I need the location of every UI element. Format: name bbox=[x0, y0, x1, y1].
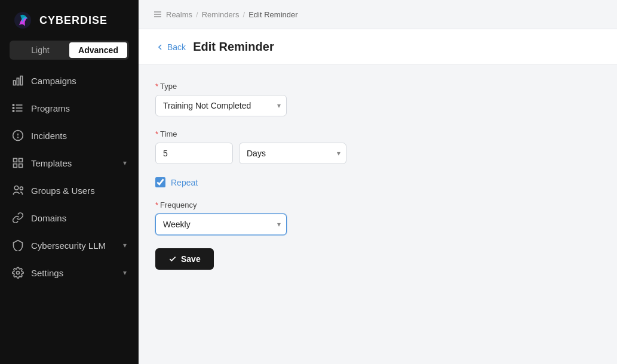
breadcrumb: Realms / Reminders / Edit Reminder bbox=[139, 0, 617, 29]
alert-circle-icon bbox=[12, 129, 24, 141]
sidebar-item-programs[interactable]: Programs bbox=[0, 94, 139, 122]
sidebar-item-cybersecurity-llm[interactable]: Cybersecurity LLM ▾ bbox=[0, 232, 139, 259]
svg-point-19 bbox=[17, 272, 20, 274]
main-content: Realms / Reminders / Edit Reminder Back … bbox=[139, 0, 617, 364]
type-required-star: * bbox=[155, 82, 158, 91]
sidebar-item-groups-users[interactable]: Groups & Users bbox=[0, 177, 139, 204]
content-header: Back Edit Reminder bbox=[139, 29, 617, 65]
list-icon bbox=[12, 102, 24, 114]
checkmark-icon bbox=[168, 255, 177, 263]
svg-rect-1 bbox=[14, 81, 16, 85]
menu-icon bbox=[153, 10, 162, 19]
frequency-select[interactable]: Weekly Daily Monthly bbox=[155, 214, 287, 235]
sidebar-item-label: Groups & Users bbox=[31, 186, 95, 196]
chevron-down-icon: ▾ bbox=[123, 269, 127, 277]
light-theme-button[interactable]: Light bbox=[11, 42, 69, 58]
chevron-down-icon: ▾ bbox=[123, 241, 127, 249]
frequency-field-group: * Frequency Weekly Daily Monthly ▾ bbox=[155, 200, 600, 235]
sidebar-item-label: Cybersecurity LLM bbox=[31, 240, 106, 251]
advanced-theme-button[interactable]: Advanced bbox=[69, 42, 127, 58]
time-unit-select[interactable]: Days Hours Weeks bbox=[239, 143, 346, 164]
breadcrumb-edit-reminder: Edit Reminder bbox=[248, 10, 297, 19]
breadcrumb-realms[interactable]: Realms bbox=[166, 10, 192, 19]
chevron-down-icon: ▾ bbox=[123, 159, 127, 167]
sidebar-item-campaigns[interactable]: Campaigns bbox=[0, 67, 139, 94]
time-label: * Time bbox=[155, 129, 600, 138]
sidebar-item-label: Incidents bbox=[31, 131, 67, 141]
form-area: * Type Training Not Completed Training C… bbox=[139, 65, 617, 286]
time-input[interactable] bbox=[155, 143, 233, 164]
bar-chart-icon bbox=[12, 75, 24, 87]
svg-rect-15 bbox=[14, 164, 17, 168]
users-icon bbox=[12, 184, 24, 196]
svg-point-7 bbox=[13, 104, 14, 106]
logo: CYBERDISE bbox=[0, 0, 139, 41]
svg-point-9 bbox=[13, 110, 14, 112]
sidebar-item-label: Templates bbox=[31, 158, 72, 168]
freq-required-star: * bbox=[155, 200, 158, 209]
gear-icon bbox=[12, 267, 24, 279]
shield-icon bbox=[12, 239, 24, 251]
sidebar-item-settings[interactable]: Settings ▾ bbox=[0, 259, 139, 286]
app-name: CYBERDISE bbox=[39, 14, 108, 27]
repeat-label[interactable]: Repeat bbox=[171, 178, 198, 187]
back-button[interactable]: Back bbox=[155, 42, 186, 52]
page-title: Edit Reminder bbox=[193, 40, 274, 54]
save-button[interactable]: Save bbox=[155, 248, 214, 270]
sidebar-item-domains[interactable]: Domains bbox=[0, 204, 139, 232]
chevron-left-icon bbox=[155, 42, 165, 52]
frequency-select-wrapper: Weekly Daily Monthly ▾ bbox=[155, 214, 287, 235]
frequency-label: * Frequency bbox=[155, 200, 600, 209]
svg-point-8 bbox=[13, 107, 14, 109]
breadcrumb-sep-1: / bbox=[196, 10, 198, 19]
link-icon bbox=[12, 212, 24, 224]
svg-rect-3 bbox=[20, 76, 22, 85]
type-label: * Type bbox=[155, 82, 600, 91]
type-select-wrapper: Training Not Completed Training Complete… bbox=[155, 95, 287, 116]
type-select[interactable]: Training Not Completed Training Complete… bbox=[155, 95, 287, 116]
svg-rect-2 bbox=[17, 78, 19, 85]
logo-icon bbox=[12, 10, 33, 31]
svg-point-12 bbox=[18, 137, 19, 138]
sidebar-item-incidents[interactable]: Incidents bbox=[0, 122, 139, 149]
time-required-star: * bbox=[155, 129, 158, 138]
type-field-group: * Type Training Not Completed Training C… bbox=[155, 82, 600, 116]
layout-icon bbox=[12, 157, 24, 169]
sidebar-item-label: Domains bbox=[31, 213, 66, 223]
time-field-group: * Time Days Hours Weeks ▾ bbox=[155, 129, 600, 164]
svg-rect-16 bbox=[19, 164, 23, 168]
sidebar: CYBERDISE Light Advanced Campaigns Progr… bbox=[0, 0, 139, 364]
breadcrumb-reminders[interactable]: Reminders bbox=[202, 10, 240, 19]
sidebar-item-templates[interactable]: Templates ▾ bbox=[0, 149, 139, 177]
back-label: Back bbox=[167, 42, 186, 52]
svg-rect-14 bbox=[19, 159, 23, 162]
time-unit-wrapper: Days Hours Weeks ▾ bbox=[239, 143, 346, 164]
sidebar-item-label: Programs bbox=[31, 103, 70, 113]
sidebar-item-label: Settings bbox=[31, 268, 63, 278]
svg-point-17 bbox=[14, 186, 19, 190]
svg-rect-13 bbox=[14, 159, 17, 162]
time-row: Days Hours Weeks ▾ bbox=[155, 143, 600, 164]
repeat-checkbox[interactable] bbox=[155, 177, 165, 187]
theme-toggle[interactable]: Light Advanced bbox=[10, 41, 129, 60]
repeat-row: Repeat bbox=[155, 177, 600, 187]
sidebar-item-label: Campaigns bbox=[31, 76, 76, 86]
svg-point-18 bbox=[20, 187, 23, 190]
breadcrumb-sep-2: / bbox=[243, 10, 245, 19]
